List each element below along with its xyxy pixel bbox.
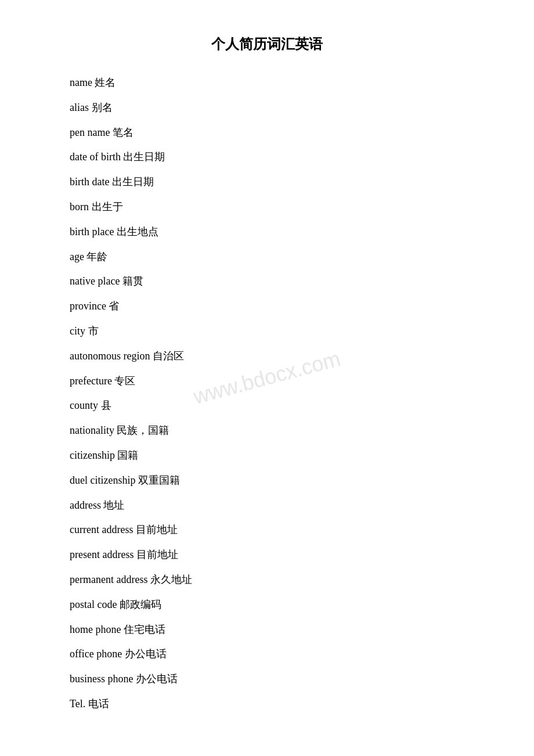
vocab-item: Tel. 电话 (70, 696, 464, 712)
vocab-item: date of birth 出生日期 (70, 149, 464, 165)
vocab-english: home phone (70, 624, 121, 635)
vocab-english: alias (70, 102, 89, 113)
vocab-item: county 县 (70, 397, 464, 414)
vocab-english: citizenship (70, 449, 115, 461)
vocab-english: nationality (70, 424, 114, 436)
vocab-chinese: 目前地址 (133, 524, 178, 535)
vocab-item: alias 别名 (70, 99, 464, 116)
vocab-item: province 省 (70, 298, 464, 315)
vocab-chinese: 电话 (85, 698, 109, 710)
vocab-item: citizenship 国籍 (70, 447, 464, 464)
page-title: 个人简历词汇英语 (70, 35, 464, 53)
vocab-list: name 姓名alias 别名pen name 笔名date of birth … (70, 74, 464, 712)
vocab-item: age 年龄 (70, 249, 464, 265)
vocab-chinese: 自治区 (150, 350, 184, 362)
vocab-item: business phone 办公电话 (70, 671, 464, 687)
vocab-chinese: 邮政编码 (117, 599, 161, 610)
vocab-english: date of birth (70, 151, 121, 163)
vocab-item: current address 目前地址 (70, 521, 464, 538)
vocab-english: Tel. (70, 698, 85, 710)
vocab-item: birth place 出生地点 (70, 224, 464, 240)
vocab-chinese: 住宅电话 (121, 624, 165, 635)
vocab-chinese: 出生日期 (109, 176, 154, 188)
vocab-chinese: 永久地址 (147, 574, 192, 585)
vocab-english: duel citizenship (70, 474, 135, 486)
vocab-english: birth place (70, 226, 114, 237)
vocab-item: present address 目前地址 (70, 546, 464, 563)
vocab-item: duel citizenship 双重国籍 (70, 472, 464, 489)
vocab-chinese: 目前地址 (134, 549, 178, 560)
vocab-item: permanent address 永久地址 (70, 571, 464, 588)
vocab-english: address (70, 499, 101, 511)
vocab-chinese: 年龄 (84, 251, 108, 262)
vocab-item: born 出生于 (70, 199, 464, 215)
vocab-item: name 姓名 (70, 74, 464, 91)
vocab-item: home phone 住宅电话 (70, 621, 464, 638)
vocab-item: nationality 民族，国籍 (70, 422, 464, 439)
vocab-english: prefecture (70, 375, 112, 387)
vocab-english: office phone (70, 648, 122, 660)
vocab-chinese: 省 (106, 300, 120, 312)
vocab-english: pen name (70, 127, 110, 138)
vocab-chinese: 出生地点 (114, 226, 158, 237)
vocab-chinese: 地址 (101, 499, 125, 511)
vocab-chinese: 专区 (112, 375, 136, 387)
vocab-english: postal code (70, 599, 117, 610)
vocab-chinese: 姓名 (92, 77, 116, 88)
vocab-english: current address (70, 524, 133, 535)
vocab-chinese: 民族，国籍 (114, 424, 169, 436)
vocab-item: postal code 邮政编码 (70, 596, 464, 613)
vocab-english: name (70, 77, 92, 88)
vocab-chinese: 双重国籍 (135, 474, 180, 486)
vocab-english: born (70, 201, 89, 213)
vocab-english: permanent address (70, 574, 147, 585)
vocab-chinese: 市 (85, 325, 99, 337)
vocab-item: prefecture 专区 (70, 373, 464, 390)
vocab-chinese: 别名 (89, 102, 113, 113)
vocab-item: office phone 办公电话 (70, 646, 464, 663)
vocab-english: present address (70, 549, 134, 560)
vocab-chinese: 县 (98, 399, 111, 411)
vocab-chinese: 出生日期 (121, 151, 165, 163)
vocab-item: autonomous region 自治区 (70, 348, 464, 365)
vocab-item: native place 籍贯 (70, 273, 464, 290)
vocab-english: native place (70, 275, 120, 287)
vocab-chinese: 籍贯 (120, 275, 143, 287)
vocab-english: autonomous region (70, 350, 150, 362)
vocab-english: age (70, 251, 84, 262)
vocab-item: city 市 (70, 323, 464, 340)
vocab-chinese: 办公电话 (134, 673, 178, 685)
vocab-english: county (70, 399, 98, 411)
vocab-chinese: 出生于 (89, 201, 123, 213)
vocab-english: province (70, 300, 106, 312)
vocab-item: pen name 笔名 (70, 124, 464, 141)
vocab-chinese: 笔名 (110, 127, 134, 138)
vocab-item: birth date 出生日期 (70, 174, 464, 190)
vocab-english: business phone (70, 673, 134, 685)
vocab-item: address 地址 (70, 497, 464, 514)
vocab-english: city (70, 325, 85, 337)
vocab-chinese: 国籍 (115, 449, 139, 461)
vocab-chinese: 办公电话 (122, 648, 167, 660)
vocab-english: birth date (70, 176, 109, 188)
